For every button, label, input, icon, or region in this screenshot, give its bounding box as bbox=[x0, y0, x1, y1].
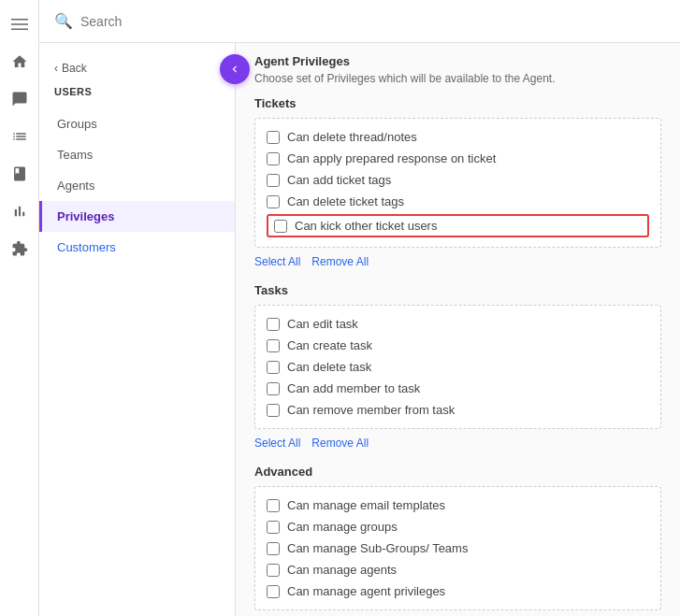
checkbox-delete-task-input[interactable] bbox=[267, 361, 280, 374]
book-icon[interactable] bbox=[3, 157, 36, 191]
chat-icon[interactable] bbox=[3, 82, 36, 116]
back-button[interactable]: ‹ Back bbox=[47, 58, 94, 79]
menu-icon[interactable] bbox=[3, 7, 36, 41]
checkbox-create-task: Can create task bbox=[267, 335, 649, 356]
checkbox-manage-subgroups-input[interactable] bbox=[267, 542, 280, 555]
tickets-select-remove: Select All Remove All bbox=[254, 255, 661, 268]
search-icon: 🔍 bbox=[54, 12, 73, 30]
checkbox-kick-users-input[interactable] bbox=[274, 220, 287, 233]
sidebar-item-teams[interactable]: Teams bbox=[39, 139, 235, 170]
checkbox-remove-member-task: Can remove member from task bbox=[267, 399, 649, 421]
sidebar-item-agents[interactable]: Agents bbox=[39, 170, 235, 201]
checkbox-add-ticket-tags: Can add ticket tags bbox=[267, 169, 649, 191]
sidebar-item-customers[interactable]: Customers bbox=[39, 232, 235, 263]
sidebar-section-title: USERS bbox=[39, 86, 235, 108]
puzzle-icon[interactable] bbox=[3, 232, 36, 265]
privileges-panel: Agent Privileges Choose set of Privilege… bbox=[236, 43, 680, 616]
checkbox-manage-email-label[interactable]: Can manage email templates bbox=[287, 498, 445, 512]
checkbox-manage-agent-priv: Can manage agent privileges bbox=[267, 580, 649, 602]
checkbox-edit-task: Can edit task bbox=[267, 313, 649, 335]
checkbox-remove-member-task-input[interactable] bbox=[267, 404, 280, 417]
checkbox-apply-prepared-label[interactable]: Can apply prepared response on ticket bbox=[287, 151, 496, 165]
checkbox-edit-task-input[interactable] bbox=[267, 318, 280, 331]
checkbox-delete-ticket-tags: Can delete ticket tags bbox=[267, 191, 649, 212]
main-content: 🔍 ‹ Back USERS Groups bbox=[39, 0, 680, 616]
tickets-checkbox-group: Can delete thread/notes Can apply prepar… bbox=[254, 118, 661, 248]
checkbox-manage-email: Can manage email templates bbox=[267, 494, 649, 516]
checkbox-manage-subgroups-label[interactable]: Can manage Sub-Groups/ Teams bbox=[287, 541, 468, 555]
back-circle-button[interactable] bbox=[220, 54, 250, 84]
checkbox-manage-agents-input[interactable] bbox=[267, 564, 280, 577]
tasks-checkbox-group: Can edit task Can create task Can delete… bbox=[254, 305, 661, 429]
tickets-heading: Tickets bbox=[254, 96, 661, 110]
tickets-select-all[interactable]: Select All bbox=[254, 255, 300, 268]
checkbox-edit-task-label[interactable]: Can edit task bbox=[287, 317, 358, 331]
checkbox-delete-thread-label[interactable]: Can delete thread/notes bbox=[287, 130, 417, 144]
sidebar-item-privileges[interactable]: Privileges bbox=[39, 201, 235, 232]
tickets-remove-all[interactable]: Remove All bbox=[311, 255, 369, 268]
checkbox-manage-groups-label[interactable]: Can manage groups bbox=[287, 520, 398, 534]
checkbox-delete-thread-input[interactable] bbox=[267, 131, 280, 144]
content-split: ‹ Back USERS Groups Teams Agents Privil bbox=[39, 43, 680, 616]
checkbox-add-ticket-tags-input[interactable] bbox=[267, 174, 280, 187]
advanced-checkbox-group: Can manage email templates Can manage gr… bbox=[254, 486, 661, 610]
svg-rect-0 bbox=[11, 19, 28, 21]
home-icon[interactable] bbox=[3, 45, 36, 79]
checkbox-manage-agents: Can manage agents bbox=[267, 559, 649, 580]
checkbox-add-member-task-input[interactable] bbox=[267, 382, 280, 395]
checkbox-delete-task: Can delete task bbox=[267, 356, 649, 378]
checkbox-manage-email-input[interactable] bbox=[267, 499, 280, 512]
chart-icon[interactable] bbox=[3, 194, 36, 228]
svg-rect-2 bbox=[11, 29, 28, 31]
tasks-heading: Tasks bbox=[254, 283, 661, 297]
sidebar-item-groups[interactable]: Groups bbox=[39, 108, 235, 139]
checkbox-manage-groups: Can manage groups bbox=[267, 516, 649, 537]
checkbox-add-ticket-tags-label[interactable]: Can add ticket tags bbox=[287, 173, 391, 187]
tasks-select-all[interactable]: Select All bbox=[254, 437, 300, 450]
checkbox-remove-member-task-label[interactable]: Can remove member from task bbox=[287, 403, 455, 417]
checkbox-apply-prepared: Can apply prepared response on ticket bbox=[267, 148, 649, 169]
checkbox-apply-prepared-input[interactable] bbox=[267, 152, 280, 165]
icon-bar bbox=[0, 0, 39, 616]
advanced-heading: Advanced bbox=[254, 465, 661, 479]
checkbox-create-task-label[interactable]: Can create task bbox=[287, 338, 372, 352]
checkbox-kick-users: Can kick other ticket users bbox=[267, 214, 649, 237]
list-icon[interactable] bbox=[3, 120, 36, 153]
checkbox-delete-thread: Can delete thread/notes bbox=[267, 126, 649, 148]
checkbox-create-task-input[interactable] bbox=[267, 339, 280, 352]
checkbox-manage-agent-priv-label[interactable]: Can manage agent privileges bbox=[287, 584, 445, 598]
checkbox-delete-ticket-tags-input[interactable] bbox=[267, 195, 280, 208]
tasks-remove-all[interactable]: Remove All bbox=[311, 437, 369, 450]
panel-description: Choose set of Privileges which will be a… bbox=[254, 72, 661, 85]
checkbox-kick-users-label[interactable]: Can kick other ticket users bbox=[295, 219, 437, 233]
checkbox-manage-subgroups: Can manage Sub-Groups/ Teams bbox=[267, 537, 649, 559]
checkbox-delete-ticket-tags-label[interactable]: Can delete ticket tags bbox=[287, 194, 404, 208]
sidebar: ‹ Back USERS Groups Teams Agents Privil bbox=[39, 43, 236, 616]
checkbox-manage-groups-input[interactable] bbox=[267, 521, 280, 534]
checkbox-manage-agents-label[interactable]: Can manage agents bbox=[287, 563, 397, 577]
svg-rect-1 bbox=[11, 23, 28, 25]
search-input[interactable] bbox=[80, 14, 665, 29]
tasks-select-remove: Select All Remove All bbox=[254, 437, 661, 450]
checkbox-manage-agent-priv-input[interactable] bbox=[267, 585, 280, 598]
panel-title: Agent Privileges bbox=[254, 54, 661, 68]
search-bar: 🔍 bbox=[39, 0, 680, 43]
checkbox-add-member-task-label[interactable]: Can add member to task bbox=[287, 381, 420, 395]
checkbox-delete-task-label[interactable]: Can delete task bbox=[287, 360, 371, 374]
checkbox-add-member-task: Can add member to task bbox=[267, 378, 649, 399]
